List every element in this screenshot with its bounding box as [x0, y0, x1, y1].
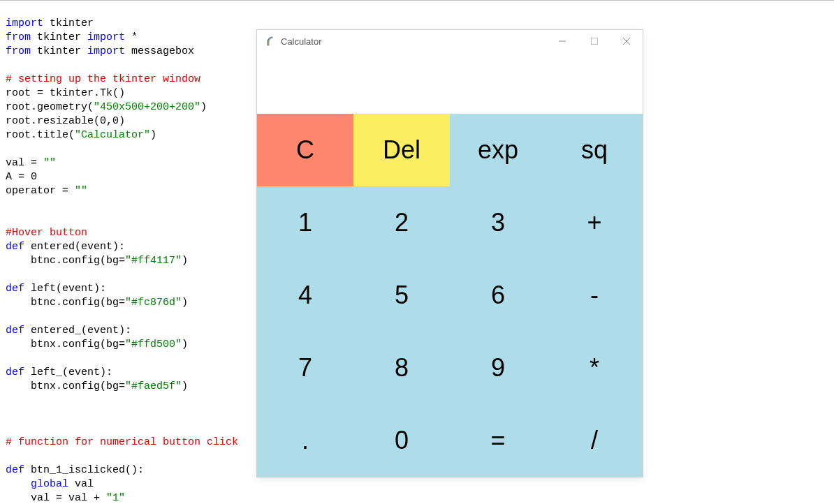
kw-def: def [6, 464, 24, 476]
code-text: A = 0 [6, 171, 37, 183]
kw-import: import [6, 17, 43, 29]
code-text: left_(event): [24, 366, 112, 378]
code-string: "#faed5f" [125, 380, 182, 392]
code-text: root.title( [6, 129, 75, 141]
code-string: "1" [106, 492, 125, 504]
calculator-display [257, 52, 643, 114]
code-text: ) [182, 339, 188, 350]
clear-button[interactable]: C [257, 114, 353, 186]
digit-7-button[interactable]: 7 [257, 332, 353, 404]
code-text: left(event): [24, 283, 106, 295]
window-minimize-button[interactable] [546, 30, 578, 52]
kw-def: def [6, 283, 24, 295]
code-text: root = tkinter.Tk() [6, 87, 125, 99]
digit-8-button[interactable]: 8 [353, 332, 450, 404]
window-close-button[interactable] [610, 30, 643, 52]
kw-from: from [6, 31, 31, 43]
code-text: tkinter [43, 17, 94, 29]
kw-from: from [6, 45, 31, 57]
equals-button[interactable]: = [450, 404, 546, 477]
code-string: "#fc876d" [125, 297, 182, 309]
code-text: root.resizable(0,0) [6, 115, 125, 127]
screenshot-root: import tkinterfrom tkinter import *from … [0, 0, 834, 504]
delete-button[interactable]: Del [353, 114, 450, 186]
code-string: "#ffd500" [125, 339, 182, 350]
minus-button[interactable]: - [546, 259, 643, 332]
code-text: root.geometry( [6, 101, 94, 113]
code-comment: #Hover button [6, 227, 87, 239]
calculator-button-grid: C Del exp sq 1 2 3 + 4 5 6 - 7 8 9 * . 0… [257, 114, 643, 477]
code-string: "" [75, 185, 87, 197]
code-text: tkinter [31, 45, 87, 57]
window-title: Calculator [281, 36, 322, 47]
code-comment: # function for numerical button click [6, 436, 238, 448]
code-text: * [125, 31, 138, 43]
divide-button[interactable]: / [546, 404, 643, 477]
plus-button[interactable]: + [546, 186, 643, 259]
digit-3-button[interactable]: 3 [450, 186, 546, 259]
code-text: tkinter [31, 31, 87, 43]
square-button[interactable]: sq [546, 114, 643, 186]
code-comment: # setting up the tkinter window [6, 73, 200, 85]
kw-import: import [87, 45, 125, 57]
digit-2-button[interactable]: 2 [353, 186, 450, 259]
svg-rect-1 [592, 38, 598, 45]
code-string: "Calculator" [75, 129, 150, 141]
digit-9-button[interactable]: 9 [450, 332, 546, 404]
window-titlebar[interactable]: Calculator [257, 30, 643, 52]
code-text: ) [182, 255, 188, 267]
code-text: btnx.config(bg= [6, 380, 125, 392]
code-string: "#ff4117" [125, 255, 182, 267]
code-text: btnc.config(bg= [6, 255, 125, 267]
kw-def: def [6, 366, 24, 378]
digit-0-button[interactable]: 0 [353, 404, 450, 477]
decimal-button[interactable]: . [257, 404, 353, 477]
digit-4-button[interactable]: 4 [257, 259, 353, 332]
code-text: btnc.config(bg= [6, 297, 125, 309]
kw-def: def [6, 325, 24, 336]
code-text: ) [150, 129, 156, 141]
code-text: val = [6, 157, 43, 169]
multiply-button[interactable]: * [546, 332, 643, 404]
code-text: btn_1_isclicked(): [24, 464, 144, 476]
digit-6-button[interactable]: 6 [450, 259, 546, 332]
code-text: val = val + [6, 492, 106, 504]
kw-import: import [87, 31, 125, 43]
tk-feather-icon [264, 36, 275, 47]
digit-5-button[interactable]: 5 [353, 259, 450, 332]
kw-global: global [6, 478, 68, 490]
code-text: operator = [6, 185, 75, 197]
code-string: "" [43, 157, 56, 169]
code-string: "450x500+200+200" [94, 101, 200, 113]
window-maximize-button[interactable] [578, 30, 610, 52]
code-text: btnx.config(bg= [6, 339, 125, 350]
digit-1-button[interactable]: 1 [257, 186, 353, 259]
code-text: entered(event): [24, 241, 125, 253]
kw-def: def [6, 241, 24, 253]
code-text: ) [182, 297, 188, 309]
code-text: entered_(event): [24, 325, 131, 336]
code-text: ) [200, 101, 207, 113]
calculator-window: Calculator C Del exp sq 1 2 3 + 4 5 6 [256, 29, 643, 477]
code-text: messagebox [125, 45, 194, 57]
code-text: val [68, 478, 94, 490]
exponent-button[interactable]: exp [450, 114, 546, 186]
code-text: ) [182, 380, 188, 392]
